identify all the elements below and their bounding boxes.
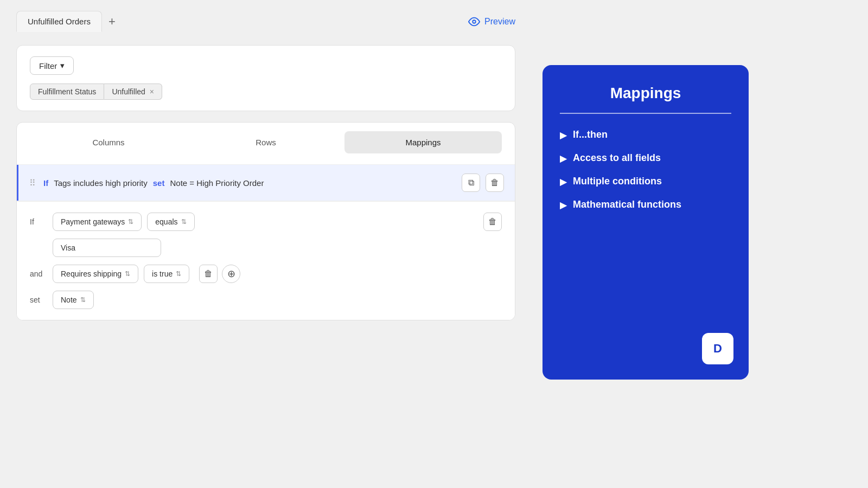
- tab-rows[interactable]: Rows: [187, 131, 344, 153]
- rule2-and-actions: 🗑 ⊕: [199, 265, 240, 283]
- chevrons-icon: ⇅: [125, 270, 130, 278]
- filter-field-label: Fulfillment Status: [30, 84, 104, 100]
- add-tab-button[interactable]: +: [102, 15, 122, 29]
- list-item: ▶ Access to all fields: [560, 152, 731, 164]
- arrow-icon: ▶: [560, 130, 566, 140]
- list-item: ▶ Mathematical functions: [560, 199, 731, 210]
- rule2-delete-button[interactable]: 🗑: [483, 213, 502, 231]
- rule1-copy-button[interactable]: ⧉: [462, 174, 480, 192]
- databox-logo: D: [702, 333, 733, 364]
- trash-icon: 🗑: [204, 269, 213, 279]
- mappings-info-title: Mappings: [560, 85, 731, 102]
- rule2-value-row: [30, 239, 502, 257]
- rule2-add-condition-button[interactable]: ⊕: [222, 265, 240, 283]
- main-content-card: Columns Rows Mappings ⠿ If Tags includes…: [16, 122, 515, 320]
- rule2-and-delete-button[interactable]: 🗑: [199, 265, 218, 283]
- filter-button[interactable]: Filter ▾: [30, 56, 74, 75]
- plus-icon: ⊕: [227, 268, 235, 280]
- tab-unfulfilled-orders[interactable]: Unfulfilled Orders: [16, 11, 102, 32]
- rule2-if-row: If Payment gateways ⇅ equals ⇅ 🗑: [30, 213, 502, 231]
- svg-point-1: [473, 20, 476, 23]
- chevrons-icon: ⇅: [80, 296, 86, 304]
- mappings-info-list: ▶ If...then ▶ Access to all fields ▶ Mul…: [560, 129, 731, 210]
- tab-mappings[interactable]: Mappings: [344, 131, 502, 153]
- filter-card: Filter ▾ Fulfillment Status Unfulfilled …: [16, 45, 515, 111]
- rule2-if-keyword: If: [30, 217, 47, 226]
- rule2-set-row: set Note ⇅: [30, 291, 502, 309]
- right-panel: Mappings ▶ If...then ▶ Access to all fie…: [532, 0, 760, 488]
- mappings-info-card: Mappings ▶ If...then ▶ Access to all fie…: [542, 65, 749, 380]
- rule2-and-row: and Requires shipping ⇅ is true ⇅ 🗑 ⊕: [30, 265, 502, 283]
- rule1-if-keyword: If: [43, 178, 48, 188]
- filter-tags: Fulfillment Status Unfulfilled ×: [30, 84, 502, 100]
- trash-icon: 🗑: [488, 217, 497, 227]
- list-item: ▶ Multiple conditions: [560, 176, 731, 187]
- rule2-and-keyword: and: [30, 269, 47, 278]
- chevrons-icon: ⇅: [181, 218, 187, 226]
- rule2-field2-select[interactable]: Requires shipping ⇅: [53, 265, 138, 283]
- list-item-label: Multiple conditions: [573, 176, 662, 187]
- eye-icon: [468, 16, 480, 28]
- tab-columns[interactable]: Columns: [30, 131, 187, 153]
- rule2-field1-select[interactable]: Payment gateways ⇅: [53, 213, 142, 231]
- filter-remove-button[interactable]: ×: [150, 87, 154, 96]
- rule1-set-keyword: set: [153, 178, 165, 188]
- drag-handle-1[interactable]: ⠿: [29, 178, 36, 188]
- arrow-icon: ▶: [560, 153, 566, 164]
- chevrons-icon: ⇅: [128, 218, 133, 226]
- chevrons-icon: ⇅: [176, 270, 181, 278]
- copy-icon: ⧉: [468, 178, 474, 188]
- list-item-label: If...then: [573, 129, 608, 140]
- list-item: ▶ If...then: [560, 129, 731, 140]
- mappings-divider: [560, 113, 731, 114]
- rule-row-1: ⠿ If Tags includes high priority set Not…: [17, 165, 515, 201]
- rule2-field3-select[interactable]: Note ⇅: [53, 291, 94, 309]
- list-item-label: Mathematical functions: [573, 199, 681, 210]
- rule1-condition: Tags includes high priority: [54, 178, 148, 188]
- filter-value-label: Unfulfilled ×: [104, 84, 162, 100]
- arrow-icon: ▶: [560, 177, 566, 187]
- rule2-set-keyword: set: [30, 296, 47, 304]
- rule1-delete-button[interactable]: 🗑: [486, 174, 504, 192]
- preview-button[interactable]: Preview: [468, 16, 515, 28]
- rule1-action: Note = High Priority Order: [170, 178, 264, 188]
- arrow-icon: ▶: [560, 200, 566, 210]
- rule2-operator1-select[interactable]: equals ⇅: [147, 213, 194, 231]
- trash-icon: 🗑: [490, 178, 499, 188]
- section-tabs: Columns Rows Mappings: [17, 123, 515, 153]
- rule2-value-input[interactable]: [53, 239, 161, 257]
- list-item-label: Access to all fields: [573, 152, 661, 164]
- rule-block-2: If Payment gateways ⇅ equals ⇅ 🗑 a: [17, 201, 515, 320]
- rule2-operator2-select[interactable]: is true ⇅: [144, 265, 189, 283]
